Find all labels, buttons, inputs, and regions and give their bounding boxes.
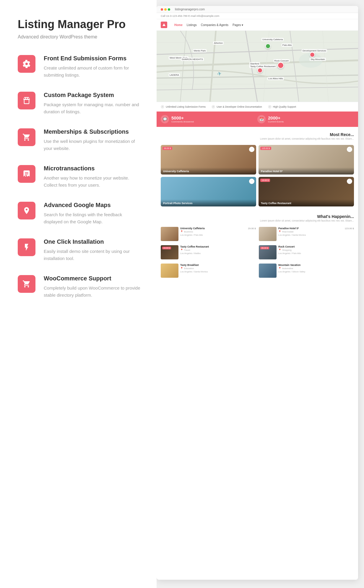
event-cat-icon-5: 📍 xyxy=(278,267,281,270)
feature-content-woocommerce: WooCommerce Support Completely build upo… xyxy=(44,274,142,299)
nav-companies[interactable]: Companies & Agents xyxy=(201,23,228,27)
map-label-paloalto: Palo Alto xyxy=(282,43,293,47)
main-title: Listing Manager Pro xyxy=(18,18,142,31)
nav-links: Home Listings Companies & Agents Pages ▾ xyxy=(174,23,354,27)
event-thumb-4 xyxy=(161,264,178,278)
event-cat-icon-4: 📍 xyxy=(180,267,183,270)
main-subtitle: Advanced directory WordPress theme xyxy=(18,34,142,40)
listing-overlay-1: Paradise Hotel 5* xyxy=(259,167,354,175)
feature-title-memberships: Memberships & Subscriptions xyxy=(44,128,142,135)
event-location-0: Los Angeles / Palo Alto xyxy=(180,234,256,236)
listing-heart-3[interactable]: ♡ xyxy=(347,179,352,184)
feature-title-microtransactions: Microtransactions xyxy=(44,164,142,172)
listing-heart-1[interactable]: ♡ xyxy=(347,147,352,152)
event-cat-icon-2: 📍 xyxy=(180,249,183,251)
event-cat-label-4: Education xyxy=(184,267,194,270)
listing-badge-0: 99.00 $ xyxy=(162,147,172,150)
listing-name-2: Portrait Photo Services xyxy=(163,202,254,205)
feat-check-3: ✓ xyxy=(268,105,272,109)
event-info-0: University Caffeteria 29.00 $ 📍 Business… xyxy=(180,227,256,236)
map-label-menlopark: Menlo Park xyxy=(193,49,207,52)
event-location-3: Los Angeles / Palo Alto xyxy=(278,252,354,255)
map-pin-label-rock: Rock Concert xyxy=(274,59,290,62)
whats-happening-header: What's Happenin... Lorem ipsum dolor sit… xyxy=(157,209,358,224)
listing-overlay-2: Portrait Photo Services xyxy=(161,199,256,206)
map-label-atherton: Atherton xyxy=(213,41,224,45)
dot-red xyxy=(161,8,163,11)
event-info-4: Tasty Breakfast 📍 Education Los Angeles … xyxy=(180,264,256,273)
feat-label-1: Unlimited Listing Submission Forms xyxy=(166,105,206,108)
listing-card-3[interactable]: 19.00 $ ♡ Tasty Coffee Restaurant xyxy=(259,177,354,206)
listing-name-1: Paradise Hotel 5* xyxy=(261,170,352,173)
event-thumb-1 xyxy=(259,227,277,241)
feature-desc-memberships: Use the well known plugins for monetizat… xyxy=(44,138,142,152)
feature-desc-custom-package: Package system for managing max. number … xyxy=(44,101,142,115)
nav-home[interactable]: Home xyxy=(174,23,183,27)
feature-title-custom-package: Custom Package System xyxy=(44,91,142,99)
feature-content-microtransactions: Microtransactions Another way how to mon… xyxy=(44,164,142,189)
event-location-2: Los Angeles / Malibu xyxy=(180,252,256,255)
event-location-1: Los Angeles / Santa Monica xyxy=(278,234,354,236)
feat-check-2: ✓ xyxy=(212,105,215,109)
feature-desc-microtransactions: Another way how to monetize your website… xyxy=(44,175,142,189)
listing-heart-2[interactable]: ♡ xyxy=(249,179,254,184)
feature-icon-front-end-submission xyxy=(18,55,35,73)
dot-green xyxy=(168,8,170,11)
map-pin-label-dev: Development Services xyxy=(302,49,327,52)
event-cat-4: 📍 Education xyxy=(180,267,256,270)
event-cat-1: 📍 Real Estate xyxy=(278,230,354,233)
feature-content-memberships: Memberships & Subscriptions Use the well… xyxy=(44,128,142,152)
left-panel: Listing Manager Pro Advanced directory W… xyxy=(0,0,157,588)
feature-icon-google-maps xyxy=(18,202,35,219)
event-price-1: 123.00 $ xyxy=(345,227,354,230)
feat-bar-docs: ✓ User & Developer Online Documentation xyxy=(212,105,262,109)
map-label-losaltos: Los Altos Hills xyxy=(267,77,284,80)
nav-bar: Home Listings Companies & Agents Pages ▾ xyxy=(157,19,358,31)
event-item-0: University Caffeteria 29.00 $ 📍 Business… xyxy=(161,227,256,242)
nav-pages[interactable]: Pages ▾ xyxy=(233,23,243,27)
event-info-3: Rock Concert 📍 Shopping Los Angeles / Pa… xyxy=(278,245,354,255)
listing-card-0[interactable]: 99.00 $ ♡ University Caffeteria xyxy=(161,145,256,175)
event-thumb-3: 89.00 $ xyxy=(259,245,277,259)
event-name-0: University Caffeteria xyxy=(180,227,205,230)
whats-title: What's Happenin... xyxy=(161,214,354,219)
event-name-4: Tasty Breakfast xyxy=(180,264,199,266)
browser-dots xyxy=(161,8,170,11)
feat-label-2: User & Developer Online Documentation xyxy=(217,105,262,108)
feat-bar-submission: ✓ Unlimited Listing Submission Forms xyxy=(161,105,206,109)
map-label-ladera: LADERA xyxy=(169,73,180,77)
feature-item-front-end-submission: Front End Submission Forms Create unlimi… xyxy=(18,54,142,79)
feature-desc-one-click: Easily install demo site content by usin… xyxy=(44,248,142,262)
event-name-1: Paradise Hotel 5* xyxy=(278,227,299,230)
feature-desc-google-maps: Search for the listings with the feedbac… xyxy=(44,211,142,225)
listing-overlay-3: Tasty Coffee Restaurant xyxy=(259,199,354,206)
feature-item-microtransactions: Microtransactions Another way how to mon… xyxy=(18,164,142,189)
event-price-badge-2: 19.00 $ xyxy=(162,247,171,249)
nav-listings[interactable]: Listings xyxy=(187,23,197,27)
listing-card-1[interactable]: 125.00 $ ♡ Paradise Hotel 5* xyxy=(259,145,354,175)
feature-icon-custom-package xyxy=(18,92,35,109)
listing-heart-0[interactable]: ♡ xyxy=(249,147,254,152)
nav-logo xyxy=(161,22,167,28)
svg-marker-0 xyxy=(162,23,165,26)
listing-card-2[interactable]: ♡ Portrait Photo Services xyxy=(161,177,256,206)
contact-bar: Call Us 0-123-456-789 E-mail info@exampl… xyxy=(157,13,358,19)
event-price-badge-3: 89.00 $ xyxy=(260,247,269,249)
stat-events-text: 2000+ Current Events xyxy=(268,115,284,123)
event-item-3: 89.00 $ Rock Concert 📍 Shopping Los Ange… xyxy=(259,245,354,261)
feature-item-google-maps: Advanced Google Maps Search for the list… xyxy=(18,201,142,225)
event-name-5: Mountain Vacation xyxy=(278,264,300,266)
map-pin-label-sky: Sky Mountain xyxy=(310,58,326,61)
feature-title-front-end-submission: Front End Submission Forms xyxy=(44,54,142,62)
event-info-2: Tasty Coffee Restaurant 📍 Travel Los Ang… xyxy=(180,245,256,255)
map-section: Atherton Menlo Park West Menlo Park Palo… xyxy=(157,31,358,102)
event-thumb-2: 19.00 $ xyxy=(161,245,178,259)
events-grid: University Caffeteria 29.00 $ 📍 Business… xyxy=(157,224,358,281)
event-name-2: Tasty Coffee Restaurant xyxy=(180,245,209,248)
map-pin-label-coffee: Tasty Coffee Restaurant xyxy=(249,65,277,68)
feature-content-front-end-submission: Front End Submission Forms Create unlimi… xyxy=(44,54,142,79)
feature-icon-woocommerce xyxy=(18,275,35,293)
feature-desc-front-end-submission: Create unlimited amount of custom form f… xyxy=(44,64,142,79)
feature-title-one-click: One Click Installation xyxy=(44,238,142,245)
stat-comments-text: 5000+ Comments Answered xyxy=(171,115,194,123)
